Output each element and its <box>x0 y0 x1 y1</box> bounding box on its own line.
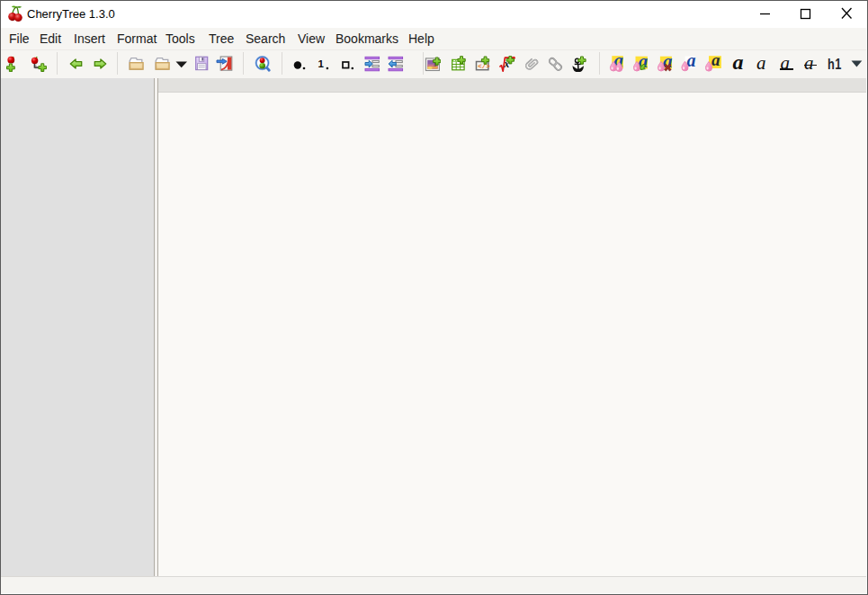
svg-text:1: 1 <box>318 58 324 69</box>
svg-text:a: a <box>711 56 720 69</box>
